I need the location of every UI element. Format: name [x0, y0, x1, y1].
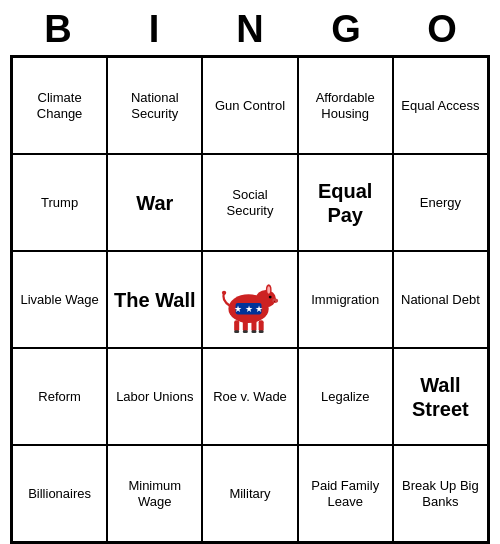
cell-0-1: National Security [107, 57, 202, 154]
cell-1-1: War [107, 154, 202, 251]
cell-3-1: Labor Unions [107, 348, 202, 445]
svg-rect-15 [243, 330, 248, 333]
svg-rect-9 [251, 320, 256, 332]
svg-point-11 [222, 290, 226, 294]
svg-rect-17 [259, 330, 264, 333]
letter-n: N [210, 8, 290, 51]
svg-rect-14 [234, 330, 239, 333]
donkey-icon: ★ ★ ★ [205, 254, 294, 345]
bingo-header: B I N G O [10, 0, 490, 55]
svg-text:★ ★ ★: ★ ★ ★ [234, 303, 263, 313]
svg-point-6 [274, 300, 275, 301]
svg-rect-8 [243, 320, 248, 332]
letter-g: G [306, 8, 386, 51]
svg-rect-10 [259, 320, 264, 332]
svg-point-4 [269, 295, 272, 298]
svg-point-5 [272, 298, 278, 302]
cell-3-4: Wall Street [393, 348, 488, 445]
cell-0-3: Affordable Housing [298, 57, 393, 154]
cell-2-3: Immigration [298, 251, 393, 348]
svg-point-3 [267, 286, 270, 293]
cell-1-3: Equal Pay [298, 154, 393, 251]
cell-2-4: National Debt [393, 251, 488, 348]
cell-1-0: Trump [12, 154, 107, 251]
cell-2-1: The Wall [107, 251, 202, 348]
cell-4-4: Break Up Big Banks [393, 445, 488, 542]
letter-o: O [402, 8, 482, 51]
cell-4-1: Minimum Wage [107, 445, 202, 542]
cell-0-4: Equal Access [393, 57, 488, 154]
cell-1-2: Social Security [202, 154, 297, 251]
letter-b: B [18, 8, 98, 51]
cell-2-0: Livable Wage [12, 251, 107, 348]
bingo-grid: Climate Change National Security Gun Con… [10, 55, 490, 544]
svg-rect-16 [251, 330, 256, 333]
cell-3-2: Roe v. Wade [202, 348, 297, 445]
cell-0-2: Gun Control [202, 57, 297, 154]
cell-3-0: Reform [12, 348, 107, 445]
svg-rect-7 [234, 320, 239, 332]
cell-4-3: Paid Family Leave [298, 445, 393, 542]
cell-3-3: Legalize [298, 348, 393, 445]
cell-2-2-donkey: ★ ★ ★ [202, 251, 297, 348]
cell-4-2: Military [202, 445, 297, 542]
cell-0-0: Climate Change [12, 57, 107, 154]
cell-4-0: Billionaires [12, 445, 107, 542]
letter-i: I [114, 8, 194, 51]
cell-1-4: Energy [393, 154, 488, 251]
